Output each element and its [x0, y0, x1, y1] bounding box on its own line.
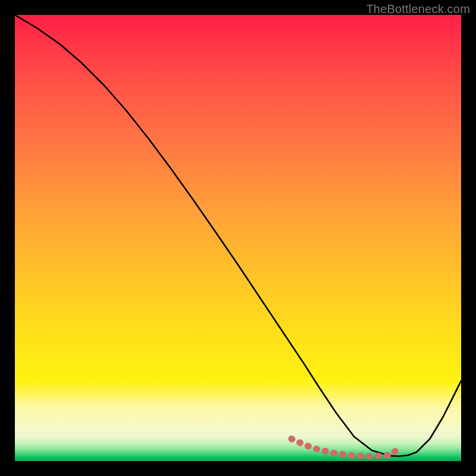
attribution-label: TheBottleneck.com [366, 2, 470, 16]
chart-stage: TheBottleneck.com [0, 0, 476, 476]
bottleneck-curve-path [15, 15, 461, 456]
plot-area [15, 15, 461, 461]
curve-overlay [15, 15, 461, 461]
